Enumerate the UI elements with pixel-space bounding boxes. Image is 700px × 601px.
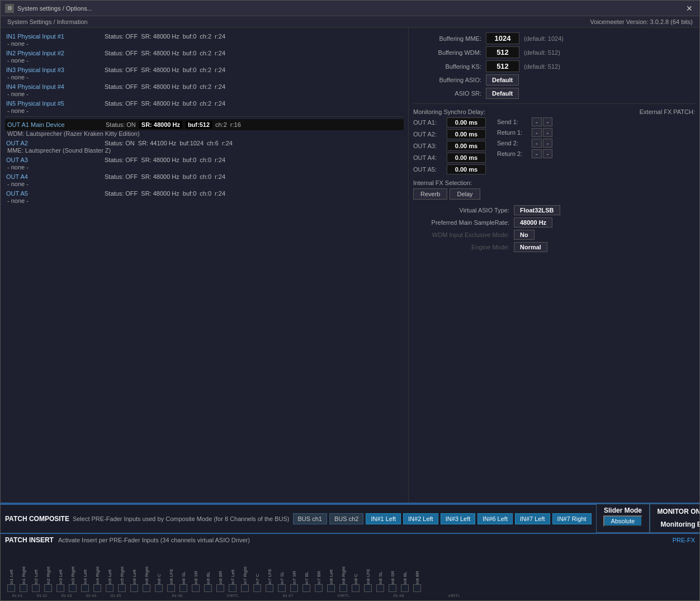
channel-toggle-7[interactable] [91, 584, 103, 592]
right-panel: Buffering MME: 1024 (default: 1024) Buff… [409, 28, 699, 503]
va-wdm-exclusive-row: WDM Input Exclusive Mode: No [413, 230, 695, 240]
channel-toggle-30[interactable] [374, 584, 386, 592]
pc-btn-in7-right[interactable]: IN#7 Right [552, 513, 592, 524]
channel-toggle-0[interactable] [5, 584, 17, 592]
mon-outa3-row: OUT A3: 0.00 ms [413, 141, 486, 151]
channel-toggle-21[interactable] [263, 584, 276, 592]
channel-toggle-25[interactable] [313, 584, 325, 592]
monitoring-synchro-title: Monitoring Synchro Delay: [413, 108, 485, 115]
channel-label-8: in5 Left [103, 546, 116, 584]
outa3-sr: SR: 48000 Hz [141, 157, 179, 163]
channel-toggle-19[interactable] [239, 584, 251, 592]
channel-toggle-10[interactable] [128, 584, 140, 592]
channel-toggle-26[interactable] [325, 584, 337, 592]
in4-ch: ch:2 [200, 83, 211, 90]
channel-label-7: in4 Right [91, 546, 103, 584]
channel-toggle-16[interactable] [202, 584, 214, 592]
outa4-name: OUT A4 [6, 173, 101, 180]
channel-toggle-27[interactable] [337, 584, 349, 592]
va-engine-mode-row: Engine Mode: Normal [413, 242, 695, 252]
outa2-r: r:24 [222, 140, 233, 146]
channel-toggle-23[interactable] [288, 584, 300, 592]
channel-toggle-24[interactable] [300, 584, 313, 592]
in2-sub: - none - [5, 57, 404, 64]
window-title: System settings / Options... [17, 5, 684, 12]
delay-button[interactable]: Delay [450, 188, 480, 200]
va-wdm-exclusive-button[interactable]: No [514, 230, 535, 240]
pc-btn-in3-left[interactable]: IN#3 Left [441, 513, 476, 524]
mon-outa2-label: OUT A2: [413, 131, 447, 138]
channel-toggle-8[interactable] [103, 584, 116, 592]
outputs-section: OUT A1 Main Device Status: ON SR: 48000 … [5, 119, 404, 204]
close-button[interactable]: ✕ [684, 3, 695, 14]
buffering-ks-default: (default: 512) [524, 63, 560, 70]
in1-buf: buf:0 [183, 33, 196, 40]
in2-buf: buf:0 [183, 50, 196, 56]
pc-btn-bus-ch1[interactable]: BUS ch1 [293, 513, 327, 524]
pc-btn-in6-left[interactable]: IN#6 Left [477, 513, 513, 524]
channel-toggle-3[interactable] [42, 584, 54, 592]
channel-toggle-20[interactable] [251, 584, 263, 592]
channel-toggle-9[interactable] [116, 584, 128, 592]
channel-toggle-13[interactable] [165, 584, 177, 592]
va-type-button[interactable]: Float32LSB [514, 205, 560, 215]
channel-toggle-1[interactable] [17, 584, 30, 592]
channel-toggle-17[interactable] [214, 584, 226, 592]
channel-toggle-28[interactable] [349, 584, 362, 592]
channel-toggle-11[interactable] [140, 584, 153, 592]
main-window: ⚙ System settings / Options... ✕ System … [0, 0, 700, 601]
channel-toggle-32[interactable] [399, 584, 411, 592]
channel-toggle-2[interactable] [30, 584, 42, 592]
asio-sr-button[interactable]: Default [486, 88, 519, 99]
channel-toggle-12[interactable] [153, 584, 165, 592]
channel-toggle-6[interactable] [79, 584, 91, 592]
mon-outa3-value: 0.00 ms [447, 141, 486, 151]
app-icon: ⚙ [5, 4, 14, 13]
extfx-send2-btn2[interactable]: - [543, 139, 553, 148]
in2-ch: ch:2 [200, 50, 211, 56]
channel-label-16: in6 BL [202, 546, 214, 584]
extfx-return2-btn1[interactable]: - [532, 149, 542, 158]
channel-toggle-22[interactable] [276, 584, 288, 592]
buffering-mme-value: 1024 [486, 32, 519, 44]
channel-toggle-15[interactable] [190, 584, 202, 592]
extfx-send2-btn1[interactable]: - [532, 139, 542, 148]
extfx-send1-row: Send 1: - - [497, 117, 552, 126]
va-engine-mode-button[interactable]: Normal [514, 242, 547, 252]
pc-btn-in1-left[interactable]: IN#1 Left [366, 513, 401, 524]
buffering-asio-button[interactable]: Default [486, 74, 519, 86]
extfx-return1-btn2[interactable]: - [543, 128, 553, 137]
output-row-a5: OUT A5 Status: OFF SR: 48000 Hz buf:0 ch… [5, 190, 404, 204]
channel-label-20: in7 C [251, 546, 263, 584]
channel-toggle-18[interactable] [226, 584, 239, 592]
group-label-2: IN #3 [54, 593, 79, 598]
channel-label-14: in6 SL [177, 546, 190, 584]
channel-toggle-33[interactable] [411, 584, 423, 592]
extfx-return1-btn1[interactable]: - [532, 128, 542, 137]
pc-btn-in7-left[interactable]: IN#7 Left [515, 513, 550, 524]
reverb-button[interactable]: Reverb [413, 188, 447, 200]
channel-toggle-4[interactable] [54, 584, 67, 592]
virtual-asio-section: Virtual ASIO Type: Float32LSB Preferred … [413, 205, 695, 252]
pc-btn-in2-left[interactable]: IN#2 Left [403, 513, 438, 524]
va-samplerate-button[interactable]: 48000 Hz [514, 217, 552, 228]
channel-toggle-31[interactable] [386, 584, 399, 592]
extfx-return2-btn2[interactable]: - [543, 149, 553, 158]
channel-toggle-5[interactable] [67, 584, 79, 592]
pc-btn-bus-ch2[interactable]: BUS ch2 [329, 513, 363, 524]
patch-insert-desc: Activate Insert per PRE-Fader Inputs (34… [58, 537, 250, 543]
extfx-send1-btn2[interactable]: - [543, 117, 553, 126]
va-type-row: Virtual ASIO Type: Float32LSB [413, 205, 695, 215]
patch-insert-section: PATCH INSERT Activate Insert per PRE-Fad… [1, 533, 699, 600]
monitoring-delays-col: OUT A1: 0.00 ms OUT A2: 0.00 ms OUT A3: … [413, 117, 486, 176]
slider-mode-button[interactable]: Absolute [603, 515, 643, 527]
channel-toggle-14[interactable] [177, 584, 190, 592]
extfx-send1-btn1[interactable]: - [532, 117, 542, 126]
channel-label-6: in4 Left [79, 546, 91, 584]
in5-sr: SR: 48000 Hz [141, 100, 179, 107]
buffering-wdm-row: Buffering WDM: 512 (default: 512) [413, 46, 695, 58]
channel-toggle-29[interactable] [362, 584, 374, 592]
buffering-wdm-label: Buffering WDM: [413, 49, 486, 56]
buffering-ks-label: Buffering KS: [413, 63, 486, 70]
channel-label-23: in7 SR [288, 546, 300, 584]
